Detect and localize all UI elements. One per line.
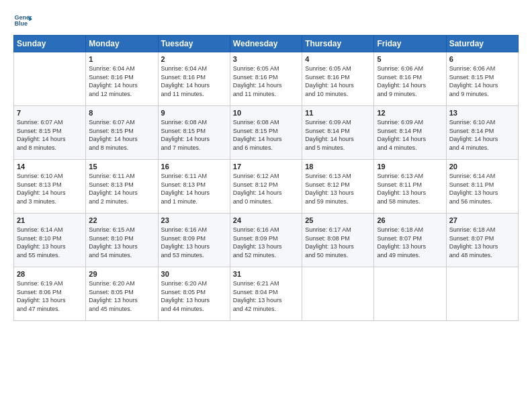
calendar-cell: 27Sunrise: 6:18 AM Sunset: 8:07 PM Dayli… bbox=[446, 214, 518, 267]
day-info: Sunrise: 6:21 AM Sunset: 8:04 PM Dayligh… bbox=[233, 279, 299, 313]
calendar-cell: 13Sunrise: 6:10 AM Sunset: 8:14 PM Dayli… bbox=[446, 106, 518, 160]
calendar-cell: 16Sunrise: 6:11 AM Sunset: 8:13 PM Dayli… bbox=[158, 160, 230, 214]
calendar-cell bbox=[374, 267, 446, 321]
svg-text:Blue: Blue bbox=[14, 20, 28, 27]
day-info: Sunrise: 6:14 AM Sunset: 8:11 PM Dayligh… bbox=[449, 172, 515, 205]
day-info: Sunrise: 6:09 AM Sunset: 8:14 PM Dayligh… bbox=[377, 118, 443, 152]
calendar-cell bbox=[446, 267, 518, 321]
day-number: 5 bbox=[377, 55, 443, 63]
day-info: Sunrise: 6:12 AM Sunset: 8:12 PM Dayligh… bbox=[233, 172, 299, 205]
header-day: Friday bbox=[374, 36, 446, 52]
calendar-cell: 8Sunrise: 6:07 AM Sunset: 8:15 PM Daylig… bbox=[86, 106, 158, 160]
calendar-cell: 25Sunrise: 6:17 AM Sunset: 8:08 PM Dayli… bbox=[302, 214, 374, 267]
calendar-cell: 21Sunrise: 6:14 AM Sunset: 8:10 PM Dayli… bbox=[14, 214, 86, 267]
calendar-cell: 24Sunrise: 6:16 AM Sunset: 8:09 PM Dayli… bbox=[230, 214, 302, 267]
day-number: 4 bbox=[305, 55, 371, 63]
day-number: 16 bbox=[161, 163, 227, 171]
day-number: 27 bbox=[449, 216, 515, 224]
day-info: Sunrise: 6:10 AM Sunset: 8:13 PM Dayligh… bbox=[17, 172, 83, 205]
day-number: 19 bbox=[377, 163, 443, 171]
day-number: 29 bbox=[89, 270, 154, 278]
day-info: Sunrise: 6:14 AM Sunset: 8:10 PM Dayligh… bbox=[17, 226, 83, 259]
day-number: 17 bbox=[233, 163, 299, 171]
calendar-cell: 22Sunrise: 6:15 AM Sunset: 8:10 PM Dayli… bbox=[86, 214, 158, 267]
day-number: 6 bbox=[449, 55, 515, 63]
calendar-cell: 5Sunrise: 6:06 AM Sunset: 8:16 PM Daylig… bbox=[374, 52, 446, 106]
header-day: Thursday bbox=[302, 36, 374, 52]
calendar-week-row: 1Sunrise: 6:04 AM Sunset: 8:16 PM Daylig… bbox=[14, 52, 519, 106]
header-day: Sunday bbox=[14, 36, 86, 52]
calendar-cell: 26Sunrise: 6:18 AM Sunset: 8:07 PM Dayli… bbox=[374, 214, 446, 267]
day-number: 2 bbox=[161, 55, 227, 63]
header-day: Monday bbox=[86, 36, 158, 52]
day-number: 8 bbox=[89, 109, 154, 117]
calendar-cell: 17Sunrise: 6:12 AM Sunset: 8:12 PM Dayli… bbox=[230, 160, 302, 214]
calendar-cell: 11Sunrise: 6:09 AM Sunset: 8:14 PM Dayli… bbox=[302, 106, 374, 160]
calendar-cell: 23Sunrise: 6:16 AM Sunset: 8:09 PM Dayli… bbox=[158, 214, 230, 267]
calendar-week-row: 21Sunrise: 6:14 AM Sunset: 8:10 PM Dayli… bbox=[14, 214, 519, 267]
day-info: Sunrise: 6:04 AM Sunset: 8:16 PM Dayligh… bbox=[161, 64, 227, 98]
day-info: Sunrise: 6:18 AM Sunset: 8:07 PM Dayligh… bbox=[449, 226, 515, 259]
calendar-cell: 10Sunrise: 6:08 AM Sunset: 8:15 PM Dayli… bbox=[230, 106, 302, 160]
day-number: 28 bbox=[17, 270, 83, 278]
day-info: Sunrise: 6:06 AM Sunset: 8:16 PM Dayligh… bbox=[377, 64, 443, 98]
logo: General Blue bbox=[13, 11, 32, 30]
calendar-week-row: 7Sunrise: 6:07 AM Sunset: 8:15 PM Daylig… bbox=[14, 106, 519, 160]
day-info: Sunrise: 6:05 AM Sunset: 8:16 PM Dayligh… bbox=[233, 64, 299, 98]
calendar-cell: 18Sunrise: 6:13 AM Sunset: 8:12 PM Dayli… bbox=[302, 160, 374, 214]
day-info: Sunrise: 6:16 AM Sunset: 8:09 PM Dayligh… bbox=[233, 226, 299, 259]
day-info: Sunrise: 6:13 AM Sunset: 8:11 PM Dayligh… bbox=[377, 172, 443, 205]
day-number: 10 bbox=[233, 109, 299, 117]
day-info: Sunrise: 6:07 AM Sunset: 8:15 PM Dayligh… bbox=[89, 118, 154, 152]
day-info: Sunrise: 6:05 AM Sunset: 8:16 PM Dayligh… bbox=[305, 64, 371, 98]
calendar-cell: 12Sunrise: 6:09 AM Sunset: 8:14 PM Dayli… bbox=[374, 106, 446, 160]
header-day: Tuesday bbox=[158, 36, 230, 52]
day-info: Sunrise: 6:18 AM Sunset: 8:07 PM Dayligh… bbox=[377, 226, 443, 259]
day-info: Sunrise: 6:09 AM Sunset: 8:14 PM Dayligh… bbox=[305, 118, 371, 152]
calendar-cell: 29Sunrise: 6:20 AM Sunset: 8:05 PM Dayli… bbox=[86, 267, 158, 321]
header-day: Wednesday bbox=[230, 36, 302, 52]
day-number: 23 bbox=[161, 216, 227, 224]
day-info: Sunrise: 6:15 AM Sunset: 8:10 PM Dayligh… bbox=[89, 226, 154, 259]
day-info: Sunrise: 6:13 AM Sunset: 8:12 PM Dayligh… bbox=[305, 172, 371, 205]
day-info: Sunrise: 6:10 AM Sunset: 8:14 PM Dayligh… bbox=[449, 118, 515, 152]
day-number: 30 bbox=[161, 270, 227, 278]
day-info: Sunrise: 6:19 AM Sunset: 8:06 PM Dayligh… bbox=[17, 279, 83, 313]
day-number: 9 bbox=[161, 109, 227, 117]
day-number: 7 bbox=[17, 109, 83, 117]
calendar-cell: 15Sunrise: 6:11 AM Sunset: 8:13 PM Dayli… bbox=[86, 160, 158, 214]
day-number: 14 bbox=[17, 163, 83, 171]
day-info: Sunrise: 6:11 AM Sunset: 8:13 PM Dayligh… bbox=[89, 172, 154, 205]
day-number: 12 bbox=[377, 109, 443, 117]
calendar-table: SundayMondayTuesdayWednesdayThursdayFrid… bbox=[13, 35, 519, 321]
day-number: 20 bbox=[449, 163, 515, 171]
day-number: 11 bbox=[305, 109, 371, 117]
calendar-cell: 6Sunrise: 6:06 AM Sunset: 8:15 PM Daylig… bbox=[446, 52, 518, 106]
calendar-week-row: 28Sunrise: 6:19 AM Sunset: 8:06 PM Dayli… bbox=[14, 267, 519, 321]
calendar-cell: 9Sunrise: 6:08 AM Sunset: 8:15 PM Daylig… bbox=[158, 106, 230, 160]
day-info: Sunrise: 6:16 AM Sunset: 8:09 PM Dayligh… bbox=[161, 226, 227, 259]
day-info: Sunrise: 6:11 AM Sunset: 8:13 PM Dayligh… bbox=[161, 172, 227, 205]
calendar-cell: 14Sunrise: 6:10 AM Sunset: 8:13 PM Dayli… bbox=[14, 160, 86, 214]
header-day: Saturday bbox=[446, 36, 518, 52]
day-number: 26 bbox=[377, 216, 443, 224]
day-number: 22 bbox=[89, 216, 154, 224]
day-number: 21 bbox=[17, 216, 83, 224]
day-info: Sunrise: 6:20 AM Sunset: 8:05 PM Dayligh… bbox=[89, 279, 154, 313]
calendar-cell: 4Sunrise: 6:05 AM Sunset: 8:16 PM Daylig… bbox=[302, 52, 374, 106]
calendar-cell: 1Sunrise: 6:04 AM Sunset: 8:16 PM Daylig… bbox=[86, 52, 158, 106]
day-info: Sunrise: 6:08 AM Sunset: 8:15 PM Dayligh… bbox=[161, 118, 227, 152]
day-number: 31 bbox=[233, 270, 299, 278]
day-info: Sunrise: 6:04 AM Sunset: 8:16 PM Dayligh… bbox=[89, 64, 154, 98]
calendar-cell: 3Sunrise: 6:05 AM Sunset: 8:16 PM Daylig… bbox=[230, 52, 302, 106]
day-info: Sunrise: 6:17 AM Sunset: 8:08 PM Dayligh… bbox=[305, 226, 371, 259]
day-number: 13 bbox=[449, 109, 515, 117]
day-info: Sunrise: 6:06 AM Sunset: 8:15 PM Dayligh… bbox=[449, 64, 515, 98]
header: General Blue bbox=[13, 11, 519, 30]
day-info: Sunrise: 6:08 AM Sunset: 8:15 PM Dayligh… bbox=[233, 118, 299, 152]
day-number: 15 bbox=[89, 163, 154, 171]
calendar-cell: 7Sunrise: 6:07 AM Sunset: 8:15 PM Daylig… bbox=[14, 106, 86, 160]
logo-icon: General Blue bbox=[13, 11, 32, 30]
day-number: 1 bbox=[89, 55, 154, 63]
calendar-cell bbox=[302, 267, 374, 321]
